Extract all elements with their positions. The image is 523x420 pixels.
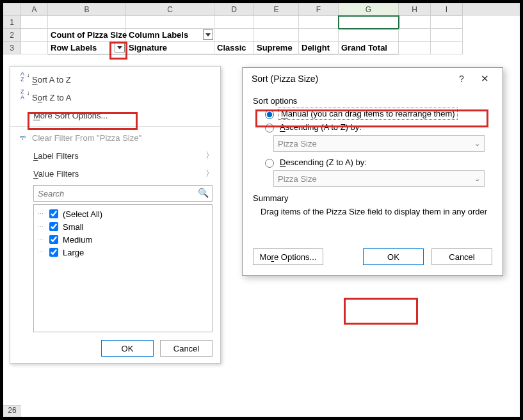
menu-separator [10,126,220,127]
col-header-b[interactable]: B [48,3,126,16]
cell-d2[interactable] [214,29,254,42]
radio-manual[interactable]: Manual (you can drag items to rearrange … [262,108,492,119]
dialog-ok-button[interactable]: OK [363,248,424,265]
cell-i1[interactable] [431,16,463,29]
tree-label: (Select All) [63,209,102,219]
value-filters-label: Value Filters [33,169,79,179]
col-header-g[interactable]: G [339,3,399,16]
dialog-close-button[interactable]: ✕ [473,73,496,85]
cell-a1[interactable] [21,16,48,29]
col-header-h[interactable]: H [399,3,431,16]
cell-e2[interactable] [254,29,299,42]
col-header-c[interactable]: C [126,3,214,16]
radio-manual-input[interactable] [265,110,274,119]
dialog-help-button[interactable]: ? [450,74,473,84]
row-header-26[interactable]: 26 [3,405,21,417]
count-label: Count of Pizza Size [51,29,127,42]
row-header-3[interactable]: 3 [3,42,21,54]
more-options-button[interactable]: More Options... [253,248,323,265]
col-header-d[interactable]: D [214,3,254,16]
tree-label: Medium [63,235,92,245]
asc-combo[interactable]: Pizza Size ⌄ [273,135,485,152]
more-sort-options[interactable]: More Sort Options... [10,106,220,124]
row-header-1[interactable]: 1 [3,16,21,29]
header-grandtotal[interactable]: Grand Total [339,42,399,54]
cell-b2-count[interactable]: Count of Pizza Size [48,29,126,42]
dialog-title-text: Sort (Pizza Size) [252,74,318,84]
cell-f2[interactable] [299,29,339,42]
header-supreme[interactable]: Supreme [254,42,299,54]
select-all-corner[interactable] [3,3,21,16]
sort-az-label: Sort A to Z [32,75,71,85]
cell-h3[interactable] [399,42,431,54]
col-header-a[interactable]: A [21,3,48,16]
cell-b1[interactable] [48,16,126,29]
dialog-titlebar: Sort (Pizza Size) ? ✕ [243,68,503,90]
tree-item-small[interactable]: Small [38,220,208,233]
chevron-down-icon: ⌄ [474,175,480,183]
checkbox-selectall[interactable] [49,209,58,218]
clear-filter-icon: 🝖 [15,131,29,144]
cell-g2[interactable] [339,29,399,42]
cell-d1[interactable] [214,16,254,29]
row-labels-text: Row Labels [51,43,97,52]
clear-filter-label: Clear Filter From "Pizza Size" [32,133,141,143]
cell-c2-columnlabels[interactable]: Column Labels [126,29,214,42]
checkbox-large[interactable] [49,248,58,257]
sort-options-label: Sort options [253,96,492,106]
desc-combo[interactable]: Pizza Size ⌄ [273,170,485,187]
cell-e1[interactable] [254,16,299,29]
chevron-right-icon: 〉 [205,150,214,161]
cell-a2[interactable] [21,29,48,42]
radio-desc-label: Descending (Z to A) by: [280,158,367,167]
cell-a3[interactable] [21,42,48,54]
header-classic[interactable]: Classic [214,42,254,54]
filter-search: 🔍 [33,185,213,202]
checkbox-small[interactable] [49,222,58,231]
cell-h1[interactable] [399,16,431,29]
radio-desc-input[interactable] [265,159,274,168]
sort-z-to-a[interactable]: ZA Sort Z to A [10,88,220,106]
radio-asc-input[interactable] [265,124,274,133]
row-header-2[interactable]: 2 [3,29,21,42]
value-filters[interactable]: Value Filters 〉 [10,165,220,182]
col-header-e[interactable]: E [254,3,299,16]
column-headers: A B C D E F G H I [3,3,520,16]
cell-f1[interactable] [299,16,339,29]
cell-h2[interactable] [399,29,431,42]
checkbox-medium[interactable] [49,235,58,244]
cell-i3[interactable] [431,42,463,54]
dialog-body: Sort options Manual (you can drag items … [243,90,503,242]
tree-item-selectall[interactable]: (Select All) [38,207,208,220]
sort-az-icon: AZ [15,73,29,86]
col-header-i[interactable]: I [431,3,463,16]
cell-b3-rowlabels[interactable]: Row Labels [48,42,126,54]
column-labels-dropdown[interactable] [203,29,213,40]
header-signature[interactable]: Signature [126,42,214,54]
tree-item-large[interactable]: Large [38,246,208,259]
cell-c1[interactable] [126,16,214,29]
cell-i2[interactable] [431,29,463,42]
cell-g1[interactable] [339,16,399,29]
header-delight[interactable]: Delight [299,42,339,54]
desc-combo-value: Pizza Size [278,174,317,184]
filter-search-input[interactable] [33,185,213,202]
label-filters[interactable]: Label Filters 〉 [10,147,220,165]
more-sort-label: More Sort Options... [33,111,108,120]
filter-context-menu: AZ Sort A to Z ZA Sort Z to A More Sort … [10,66,221,364]
tree-label: Small [63,222,84,232]
dialog-cancel-button[interactable]: Cancel [431,248,492,265]
row-labels-dropdown[interactable] [115,42,125,52]
tree-item-medium[interactable]: Medium [38,233,208,246]
asc-combo-value: Pizza Size [278,139,317,149]
radio-descending[interactable]: Descending (Z to A) by: [262,157,492,168]
filter-ok-button[interactable]: OK [101,340,154,357]
sort-a-to-z[interactable]: AZ Sort A to Z [10,70,220,88]
summary-text: Drag items of the Pizza Size field to di… [261,207,492,216]
radio-ascending[interactable]: Ascending (A to Z) by: [262,122,492,133]
chevron-down-icon: ⌄ [474,140,480,148]
sort-za-icon: ZA [15,91,29,104]
col-header-f[interactable]: F [299,3,339,16]
filter-tree[interactable]: (Select All) Small Medium Large [33,204,213,332]
filter-cancel-button[interactable]: Cancel [160,340,213,357]
